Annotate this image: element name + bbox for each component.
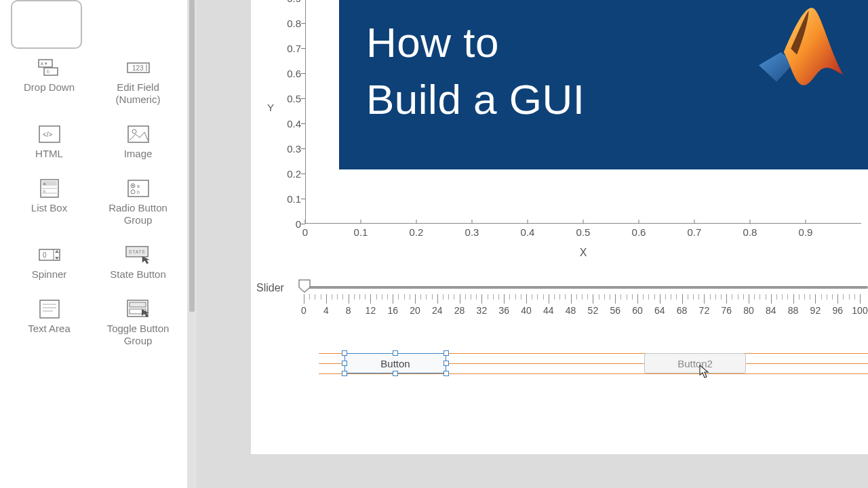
component-label: Toggle Button Group: [97, 323, 179, 347]
title-banner: How to Build a GUI: [339, 0, 868, 169]
scrollbar-thumb[interactable]: [189, 0, 195, 312]
component-label: Radio Button Group: [97, 202, 179, 226]
app-canvas[interactable]: 00.10.20.30.40.50.60.70.80.9 Y X 00.10.2…: [251, 0, 868, 454]
x-tick-label: 0.5: [576, 226, 591, 238]
component-label: Edit Field (Numeric): [97, 81, 179, 106]
ruler-label: 36: [498, 305, 509, 316]
ruler-label: 8: [346, 305, 351, 316]
matlab-logo-icon: [754, 0, 849, 95]
state-icon: STATE: [125, 245, 151, 264]
ruler-label: 4: [323, 305, 329, 316]
slider-thumb-icon[interactable]: [298, 279, 311, 293]
statebutton-component[interactable]: STATEState Button: [97, 245, 179, 281]
y-tick-label: 0.3: [287, 143, 301, 155]
ruler-label: 56: [610, 305, 620, 316]
dropdown-icon: a ▾b: [37, 58, 62, 77]
ruler-label: 20: [410, 305, 420, 316]
cursor-icon: [698, 364, 711, 379]
ruler-label: 24: [432, 305, 443, 316]
radiogroup-component[interactable]: abRadio Button Group: [97, 179, 179, 226]
ruler-label: 40: [521, 305, 532, 316]
listbox-component[interactable]: abList Box: [8, 179, 90, 226]
ruler-label: 92: [810, 305, 821, 316]
ruler-label: 32: [477, 305, 488, 316]
editfield-component[interactable]: 123Edit Field (Numeric): [97, 58, 179, 106]
button-label: Button: [380, 358, 410, 369]
svg-rect-28: [40, 300, 59, 318]
resize-handle[interactable]: [342, 371, 347, 376]
ruler-label: 96: [832, 305, 843, 316]
resize-handle[interactable]: [443, 371, 449, 376]
component-label: Drop Down: [24, 81, 75, 94]
dropdown-component[interactable]: a ▾bDrop Down: [8, 58, 90, 106]
component-label: Spinner: [32, 268, 67, 281]
x-tick-label: 0.2: [410, 226, 424, 238]
component-label: State Button: [110, 268, 166, 281]
toggle-icon: [125, 300, 151, 319]
ruler-label: 84: [766, 305, 776, 316]
x-tick-label: 0: [302, 226, 308, 238]
x-tick-label: 0.3: [465, 226, 479, 238]
x-tick-label: 0.7: [688, 226, 702, 238]
svg-text:</>: </>: [43, 131, 53, 138]
ruler-label: 100: [852, 305, 867, 316]
svg-text:a: a: [137, 184, 140, 188]
resize-handle[interactable]: [393, 371, 398, 376]
listbox-icon: ab: [37, 179, 62, 198]
resize-handle[interactable]: [443, 350, 449, 356]
y-tick-label: 0.8: [287, 18, 301, 29]
slider-scale: 0481216202428323640444852566064687276808…: [304, 294, 868, 317]
ruler-label: 68: [677, 305, 688, 316]
svg-text:b: b: [47, 69, 50, 74]
ruler-label: 52: [588, 305, 599, 316]
svg-text:b: b: [43, 189, 46, 193]
ruler-label: 44: [543, 305, 554, 316]
slider-track[interactable]: [304, 286, 868, 289]
image-icon: [125, 125, 151, 144]
svg-text:STATE: STATE: [128, 249, 145, 254]
y-tick-label: 0: [296, 218, 301, 230]
svg-text:b: b: [137, 190, 140, 195]
resize-handle[interactable]: [393, 350, 398, 356]
slider-label: Slider: [256, 282, 284, 294]
component-label: List Box: [31, 202, 67, 214]
ruler-label: 48: [566, 305, 576, 316]
design-stage: 00.10.20.30.40.50.60.70.80.9 Y X 00.10.2…: [197, 0, 868, 488]
x-axis-label: X: [580, 247, 587, 259]
svg-rect-33: [130, 302, 146, 307]
button-ghost[interactable]: Button2: [644, 353, 746, 373]
spinner-icon: 0: [37, 245, 62, 264]
y-tick-label: 0.9: [287, 0, 301, 4]
ruler-label: 12: [366, 305, 376, 316]
title-line1: How to: [366, 14, 585, 71]
y-tick-label: 0.4: [287, 118, 301, 129]
svg-point-19: [132, 185, 134, 187]
radio-icon: ab: [125, 179, 151, 198]
slider-component[interactable]: Slider 048121620242832364044485256606468…: [251, 279, 868, 333]
blank-component-card[interactable]: [11, 0, 82, 49]
resize-handle[interactable]: [342, 361, 347, 366]
svg-point-21: [131, 190, 135, 194]
resize-handle[interactable]: [443, 361, 449, 366]
html-component[interactable]: </>HTML: [8, 125, 90, 160]
ruler-label: 76: [721, 305, 732, 316]
svg-point-10: [132, 129, 136, 134]
textarea-component[interactable]: Text Area: [8, 300, 90, 347]
image-component[interactable]: Image: [97, 125, 179, 160]
svg-text:a ▾: a ▾: [41, 61, 47, 66]
resize-handle[interactable]: [342, 350, 347, 356]
spinner-component[interactable]: 0Spinner: [8, 245, 90, 281]
editnum-icon: 123: [125, 58, 151, 77]
x-tick-label: 0.6: [632, 226, 646, 238]
ruler-label: 60: [632, 305, 643, 316]
x-tick-label: 0.1: [354, 226, 368, 238]
togglegroup-component[interactable]: Toggle Button Group: [97, 300, 179, 347]
x-tick-label: 0.4: [521, 226, 535, 238]
ruler-label: 0: [301, 305, 307, 316]
palette-scrollbar[interactable]: [189, 0, 195, 488]
html-icon: </>: [37, 125, 62, 144]
svg-rect-2: [44, 68, 58, 75]
ruler-label: 72: [699, 305, 710, 316]
y-tick-label: 0.2: [287, 168, 301, 180]
y-tick-label: 0.7: [287, 43, 301, 54]
